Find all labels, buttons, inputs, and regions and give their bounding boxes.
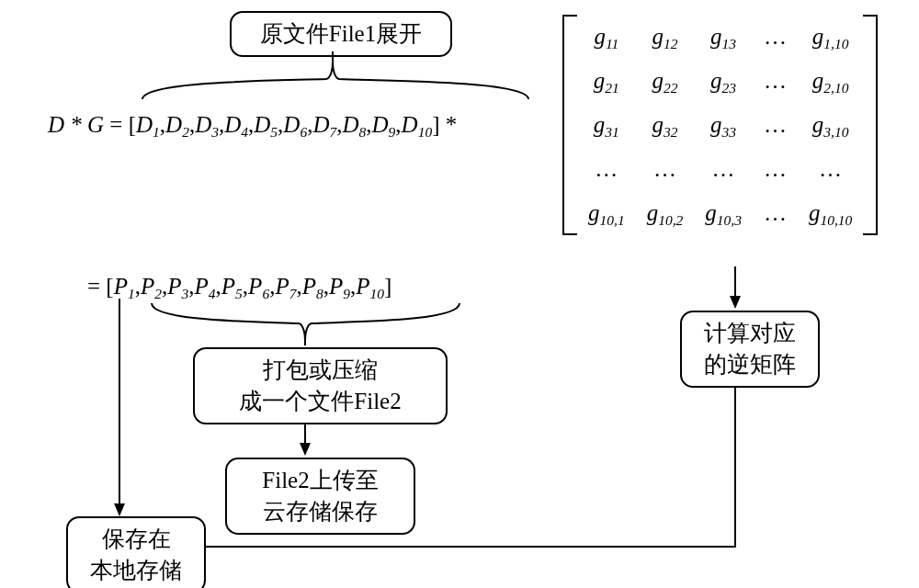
matrix-cell: g10,10 xyxy=(798,191,863,235)
p-term: P xyxy=(114,274,128,299)
p-term: P xyxy=(221,274,235,299)
matrix-left-bracket xyxy=(562,15,577,235)
box-pack-l2: 成一个文件File2 xyxy=(239,389,401,413)
matrix-cell: g33 xyxy=(694,103,753,147)
p-term: P xyxy=(195,274,209,299)
box-pack-l1: 打包或压缩 xyxy=(263,357,378,382)
matrix-cell: g23 xyxy=(694,59,753,103)
p-term: P xyxy=(275,274,289,299)
d-term: D xyxy=(372,112,389,137)
eq-close-2: ] xyxy=(384,274,391,299)
d-term: D xyxy=(165,112,182,137)
d-term: D xyxy=(342,112,358,137)
matrix-cell: … xyxy=(577,147,636,191)
d-sub: 1 xyxy=(153,124,160,140)
matrix-cell: g22 xyxy=(636,59,695,103)
matrix-cell: … xyxy=(753,147,798,191)
matrix-cell: … xyxy=(753,191,798,235)
matrix-cell: g31 xyxy=(577,103,636,147)
arrow-matrix-to-inverse-head xyxy=(730,296,741,309)
matrix-cell: … xyxy=(753,15,798,59)
equation-line-2: = [P1,P2,P3,P4,P5,P6,P7,P8,P9,P10] xyxy=(87,274,391,300)
eq-star: * xyxy=(446,112,458,137)
box-local: 保存在 本地存储 xyxy=(66,516,206,588)
eq-lhs: D * G xyxy=(48,112,104,137)
d-sub: 9 xyxy=(389,124,396,140)
d-sub: 8 xyxy=(359,124,367,140)
box-upload: File2上传至 云存储保存 xyxy=(225,458,415,535)
brace-top-left xyxy=(142,62,333,99)
g-matrix: g11g12g13…g1,10g21g22g23…g2,10g31g32g33…… xyxy=(562,15,878,235)
d-term: D xyxy=(195,112,211,137)
p-sub: 9 xyxy=(343,286,350,301)
d-term: D xyxy=(224,112,241,137)
d-sub: 4 xyxy=(241,124,248,140)
d-sub: 7 xyxy=(329,124,336,140)
box-local-l2: 本地存储 xyxy=(90,558,182,582)
matrix-cell: g10,2 xyxy=(636,191,695,235)
box-upload-l1: File2上传至 xyxy=(262,468,378,492)
p-term: P xyxy=(302,274,316,299)
matrix-cell: … xyxy=(798,147,863,191)
matrix-cell: g2,10 xyxy=(798,59,863,103)
eq-equals-1: = xyxy=(109,112,128,137)
matrix-table: g11g12g13…g1,10g21g22g23…g2,10g31g32g33…… xyxy=(577,15,863,235)
p-sub: 10 xyxy=(370,286,385,301)
box-inverse: 计算对应 的逆矩阵 xyxy=(680,311,820,388)
d-term: D xyxy=(283,112,300,137)
matrix-cell: g10,3 xyxy=(694,191,753,235)
box-local-l1: 保存在 xyxy=(102,526,171,551)
matrix-cell: g13 xyxy=(694,15,753,59)
eq-open-1: [ xyxy=(129,112,136,137)
p-term: P xyxy=(141,274,154,299)
matrix-cell: … xyxy=(753,103,798,147)
matrix-cell: g11 xyxy=(577,15,636,59)
p-term: P xyxy=(329,274,343,299)
p-sub: 2 xyxy=(154,286,162,301)
p-term: P xyxy=(356,274,369,299)
matrix-cell: g1,10 xyxy=(798,15,863,59)
p-sub: 5 xyxy=(235,286,243,301)
p-sub: 3 xyxy=(182,286,189,301)
d-term: D xyxy=(136,112,153,137)
p-term: P xyxy=(248,274,262,299)
p-term: P xyxy=(167,274,181,299)
d-sub: 6 xyxy=(300,124,307,140)
equation-line-1: D * G = [D1,D2,D3,D4,D5,D6,D7,D8,D9,D10]… xyxy=(48,112,457,138)
box-pack: 打包或压缩 成一个文件File2 xyxy=(193,347,448,424)
d-term: D xyxy=(312,112,329,137)
d-sub: 2 xyxy=(182,124,189,140)
d-term: D xyxy=(254,112,270,137)
matrix-cell: g10,1 xyxy=(577,191,636,235)
box-inverse-l1: 计算对应 xyxy=(704,321,796,345)
p-sub: 8 xyxy=(316,286,323,301)
brace-bottom-left xyxy=(152,303,305,340)
matrix-cell: … xyxy=(753,59,798,103)
arrow-p1-to-local-head xyxy=(114,503,125,516)
box-inverse-l2: 的逆矩阵 xyxy=(704,352,796,377)
d-sub: 10 xyxy=(418,124,433,140)
matrix-cell: g32 xyxy=(636,103,695,147)
p-sub: 7 xyxy=(289,286,297,301)
matrix-cell: g3,10 xyxy=(798,103,863,147)
box-upload-l2: 云存储保存 xyxy=(263,499,378,524)
p-sub: 6 xyxy=(262,286,269,301)
eq-open-2: [ xyxy=(106,274,113,299)
matrix-cell: g21 xyxy=(577,59,636,103)
p-sub: 4 xyxy=(209,286,216,301)
matrix-cell: g12 xyxy=(636,15,695,59)
d-sub: 5 xyxy=(270,124,278,140)
eq-equals-2: = xyxy=(87,274,106,299)
matrix-right-bracket xyxy=(863,15,878,235)
matrix-cell: … xyxy=(636,147,695,191)
brace-bottom-right xyxy=(305,303,460,340)
matrix-cell: … xyxy=(694,147,753,191)
arrow-pack-to-upload-head xyxy=(300,443,311,456)
p-sub: 1 xyxy=(128,286,135,301)
eq-close-1: ] xyxy=(432,112,439,137)
d-sub: 3 xyxy=(211,124,219,140)
brace-top-right xyxy=(333,62,528,99)
d-term: D xyxy=(402,112,418,137)
